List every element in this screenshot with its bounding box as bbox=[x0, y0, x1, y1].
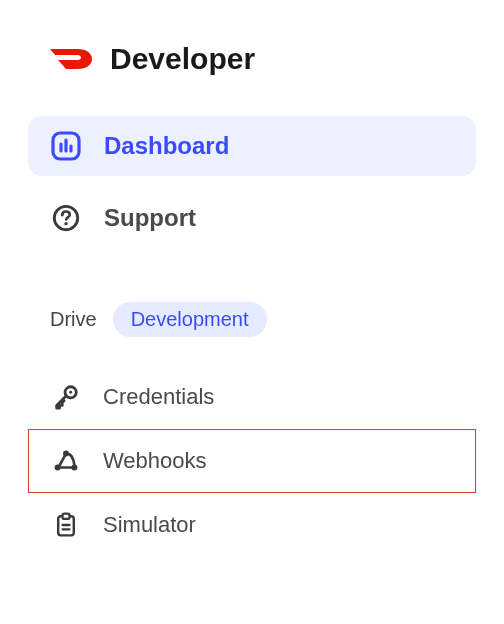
sidebar-item-label: Simulator bbox=[103, 512, 196, 538]
key-icon bbox=[51, 382, 81, 412]
brand-title: Developer bbox=[110, 42, 255, 76]
primary-nav: Dashboard Support bbox=[28, 116, 476, 248]
svg-point-7 bbox=[69, 391, 72, 394]
svg-rect-12 bbox=[63, 514, 70, 519]
section-title: Drive bbox=[50, 308, 97, 331]
nav-item-dashboard[interactable]: Dashboard bbox=[28, 116, 476, 176]
section-nav: Credentials Webhooks Simulator bbox=[28, 365, 476, 557]
nav-label: Dashboard bbox=[104, 132, 229, 160]
sidebar-item-credentials[interactable]: Credentials bbox=[28, 365, 476, 429]
environment-badge[interactable]: Development bbox=[113, 302, 267, 337]
nav-label: Support bbox=[104, 204, 196, 232]
dashboard-icon bbox=[50, 130, 82, 162]
svg-point-5 bbox=[64, 222, 67, 225]
webhook-icon bbox=[51, 446, 81, 476]
sidebar-item-label: Webhooks bbox=[103, 448, 207, 474]
nav-item-support[interactable]: Support bbox=[28, 188, 476, 248]
sidebar-item-label: Credentials bbox=[103, 384, 214, 410]
support-icon bbox=[50, 202, 82, 234]
brand-logo-icon bbox=[48, 45, 96, 73]
brand-header: Developer bbox=[28, 42, 476, 76]
sidebar-item-webhooks[interactable]: Webhooks bbox=[28, 429, 476, 493]
clipboard-icon bbox=[51, 510, 81, 540]
section-header: Drive Development bbox=[28, 302, 476, 337]
sidebar-item-simulator[interactable]: Simulator bbox=[28, 493, 476, 557]
